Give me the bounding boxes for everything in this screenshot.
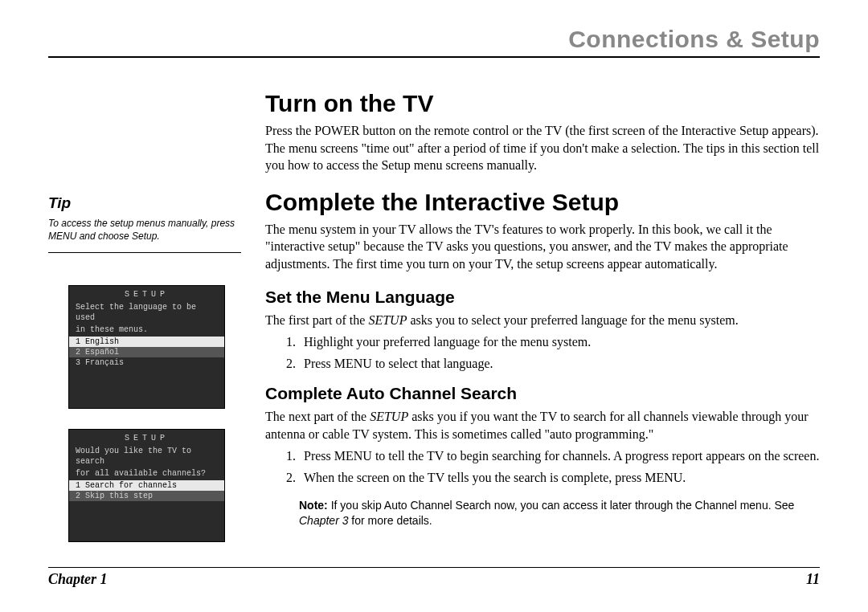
tip-body: To access the setup menus manually, pres…	[48, 217, 241, 253]
note-label: Note:	[299, 499, 328, 512]
text-em: SETUP	[368, 313, 407, 327]
body-auto-channel-search: The next part of the SETUP asks you if y…	[265, 408, 820, 443]
tv-title: SETUP	[69, 286, 224, 302]
tv-title: SETUP	[69, 430, 224, 446]
list-item: Press MENU to tell the TV to begin searc…	[299, 447, 820, 465]
list-item: Press MENU to select that language.	[299, 355, 820, 373]
text-pre: The first part of the	[265, 313, 368, 327]
content-row: Tip To access the setup menus manually, …	[48, 90, 820, 562]
tv-option-francais: 3 Français	[69, 357, 224, 368]
text-post: asks you to select your preferred langua…	[407, 313, 738, 327]
sidebar: Tip To access the setup menus manually, …	[48, 90, 241, 562]
list-item: Highlight your preferred language for th…	[299, 333, 820, 351]
tv-prompt-line2: in these menus.	[69, 324, 224, 337]
tv-option-search: 1 Search for channels	[69, 480, 224, 491]
tv-spacer	[69, 368, 224, 408]
tip-heading: Tip	[48, 194, 241, 212]
heading-menu-language: Set the Menu Language	[265, 288, 820, 307]
tv-spacer	[69, 501, 224, 541]
note-post: for more details.	[348, 514, 432, 527]
list-item: When the screen on the TV tells you the …	[299, 469, 820, 487]
tv-prompt-line2: for all available channels?	[69, 468, 224, 480]
text-em: SETUP	[370, 410, 408, 423]
footer: Chapter 1 11	[48, 567, 820, 588]
note-pre: If you skip Auto Channel Search now, you…	[328, 499, 795, 512]
tv-prompt-line1: Would you like the TV to search	[69, 446, 224, 468]
tv-option-skip: 2 Skip this step	[69, 491, 224, 501]
tv-prompt-line1: Select the language to be used	[69, 302, 224, 324]
tv-option-espanol: 2 Español	[69, 347, 224, 357]
footer-chapter: Chapter 1	[48, 571, 108, 588]
list-menu-language: Highlight your preferred language for th…	[265, 333, 820, 373]
header-title: Connections & Setup	[48, 26, 820, 58]
tv-option-english: 1 English	[69, 337, 224, 347]
footer-page: 11	[806, 571, 820, 588]
tv-screenshot-language: SETUP Select the language to be used in …	[68, 285, 225, 409]
note-block: Note: If you skip Auto Channel Search no…	[265, 498, 820, 528]
heading-auto-channel-search: Complete Auto Channel Search	[265, 384, 820, 403]
main-content: Turn on the TV Press the POWER button on…	[265, 90, 820, 562]
body-menu-language: The first part of the SETUP asks you to …	[265, 312, 820, 329]
heading-turn-on-tv: Turn on the TV	[265, 90, 820, 117]
text-pre: The next part of the	[265, 410, 370, 423]
list-auto-channel-search: Press MENU to tell the TV to begin searc…	[265, 447, 820, 487]
body-turn-on-tv: Press the POWER button on the remote con…	[265, 122, 820, 174]
heading-interactive-setup: Complete the Interactive Setup	[265, 189, 820, 216]
body-interactive-setup: The menu system in your TV allows the TV…	[265, 221, 820, 273]
note-em: Chapter 3	[299, 514, 348, 527]
tv-screenshot-channel-search: SETUP Would you like the TV to search fo…	[68, 429, 225, 542]
